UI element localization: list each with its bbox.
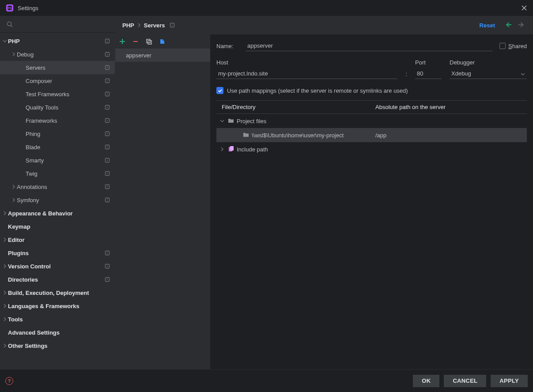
tree-item-label: Symfony — [17, 197, 104, 204]
project-scope-icon — [104, 197, 110, 203]
mapping-server-path[interactable]: /app — [375, 132, 527, 139]
remove-icon[interactable] — [132, 38, 139, 45]
chevron-right-icon — [219, 147, 225, 151]
tree-item-smarty[interactable]: Smarty — [0, 154, 115, 167]
chevron-none — [11, 185, 17, 189]
tree-item-label: Editor — [8, 237, 110, 243]
tree-item-test-frameworks[interactable]: Test Frameworks — [0, 87, 115, 101]
port-field[interactable] — [415, 68, 442, 79]
settings-search[interactable] — [0, 16, 115, 33]
mapping-path: Include path — [237, 146, 268, 153]
use-path-mappings-checkbox[interactable]: Use path mappings (select if the server … — [216, 87, 527, 94]
ok-button[interactable]: OK — [413, 375, 439, 387]
chevron-right-icon — [137, 22, 141, 29]
import-icon[interactable] — [159, 38, 166, 45]
add-icon[interactable] — [119, 38, 126, 45]
project-scope-icon — [104, 184, 110, 190]
use-path-mappings-label: Use path mappings (select if the server … — [227, 87, 408, 94]
checkbox-on-icon — [216, 87, 223, 94]
close-icon[interactable] — [521, 4, 528, 11]
tree-item-composer[interactable]: Composer — [0, 74, 115, 87]
server-detail: Name: Shared Host : Port Debugger Xdebug — [210, 34, 533, 369]
server-toolbar — [115, 34, 210, 49]
debugger-select[interactable]: Xdebug — [450, 68, 527, 79]
tree-item-symfony[interactable]: Symfony — [0, 193, 115, 207]
host-port-separator: : — [405, 71, 407, 79]
copy-icon[interactable] — [145, 38, 152, 45]
svg-point-9 — [107, 67, 108, 68]
tree-item-languages-frameworks[interactable]: Languages & Frameworks — [0, 299, 115, 313]
chevron-none — [2, 264, 8, 268]
mapping-path: \\wsl$\Ubuntu\home\user\my-project — [252, 132, 344, 139]
svg-point-29 — [107, 200, 108, 200]
mapping-path: Project files — [237, 118, 266, 124]
mapping-row[interactable]: Include path — [216, 142, 527, 156]
app-icon: PS — [5, 4, 14, 12]
project-scope-icon — [104, 263, 110, 269]
chevron-none — [2, 343, 8, 348]
tree-item-label: Twig — [26, 170, 104, 177]
project-scope-icon — [104, 104, 110, 110]
tree-item-other-settings[interactable]: Other Settings — [0, 339, 115, 352]
nav-back-icon[interactable] — [505, 21, 513, 29]
project-scope-icon — [104, 144, 110, 150]
svg-point-37 — [172, 25, 173, 26]
reset-button[interactable]: Reset — [480, 22, 495, 29]
tree-item-build-execution-deployment[interactable]: Build, Execution, Deployment — [0, 286, 115, 299]
server-list-panel: appserver — [115, 34, 210, 369]
svg-point-3 — [8, 22, 11, 26]
svg-point-5 — [107, 41, 108, 41]
tree-item-blade[interactable]: Blade — [0, 140, 115, 154]
nav-forward-icon[interactable] — [518, 21, 526, 29]
svg-point-31 — [107, 253, 108, 253]
tree-item-php[interactable]: PHP — [0, 34, 115, 48]
debugger-value: Xdebug — [451, 70, 471, 77]
project-scope-icon — [104, 91, 110, 97]
tree-item-label: Smarty — [26, 157, 104, 164]
titlebar: PS Settings — [0, 0, 533, 16]
tree-item-keymap[interactable]: Keymap — [0, 220, 115, 233]
tree-item-phing[interactable]: Phing — [0, 127, 115, 140]
tree-item-quality-tools[interactable]: Quality Tools — [0, 101, 115, 114]
mapping-row[interactable]: \\wsl$\Ubuntu\home\user\my-project/app — [216, 128, 527, 142]
project-scope-icon — [104, 157, 110, 163]
svg-point-21 — [107, 147, 108, 147]
apply-button[interactable]: APPLY — [491, 375, 528, 387]
project-scope-icon — [104, 78, 110, 84]
tree-item-plugins[interactable]: Plugins — [0, 246, 115, 260]
content-header: PHP Servers Reset — [115, 16, 533, 34]
tree-item-servers[interactable]: Servers — [0, 61, 115, 74]
breadcrumb-php[interactable]: PHP — [122, 22, 134, 29]
checkbox-off-icon — [499, 43, 506, 49]
caret-down-icon — [521, 70, 525, 77]
debugger-label: Debugger — [450, 59, 527, 66]
tree-item-label: Composer — [26, 78, 104, 84]
tree-item-advanced-settings[interactable]: Advanced Settings — [0, 326, 115, 339]
tree-item-twig[interactable]: Twig — [0, 167, 115, 180]
server-list-item[interactable]: appserver — [115, 49, 210, 62]
chevron-none — [2, 237, 8, 242]
tree-item-editor[interactable]: Editor — [0, 233, 115, 246]
dialog-footer: ? OK CANCEL APPLY — [0, 369, 533, 392]
help-icon[interactable]: ? — [5, 377, 13, 385]
tree-item-label: Test Frameworks — [26, 91, 104, 98]
tree-item-label: Tools — [8, 316, 110, 323]
name-field[interactable] — [246, 41, 492, 51]
tree-item-directories[interactable]: Directories — [0, 273, 115, 286]
svg-point-7 — [107, 54, 108, 55]
tree-item-annotations[interactable]: Annotations — [0, 180, 115, 193]
svg-point-23 — [107, 160, 108, 161]
cancel-button[interactable]: CANCEL — [444, 375, 486, 387]
tree-item-label: Keymap — [8, 223, 110, 230]
shared-checkbox[interactable]: Shared — [499, 43, 527, 49]
col-absolute-path: Absolute path on the server — [375, 104, 527, 110]
mapping-row[interactable]: Project files — [216, 114, 527, 128]
tree-item-frameworks[interactable]: Frameworks — [0, 114, 115, 127]
chevron-none — [2, 304, 8, 308]
tree-item-tools[interactable]: Tools — [0, 313, 115, 326]
tree-item-debug[interactable]: Debug — [0, 48, 115, 61]
tree-item-version-control[interactable]: Version Control — [0, 260, 115, 273]
host-field[interactable] — [216, 68, 397, 79]
svg-rect-38 — [147, 39, 150, 43]
tree-item-appearance-behavior[interactable]: Appearance & Behavior — [0, 207, 115, 220]
